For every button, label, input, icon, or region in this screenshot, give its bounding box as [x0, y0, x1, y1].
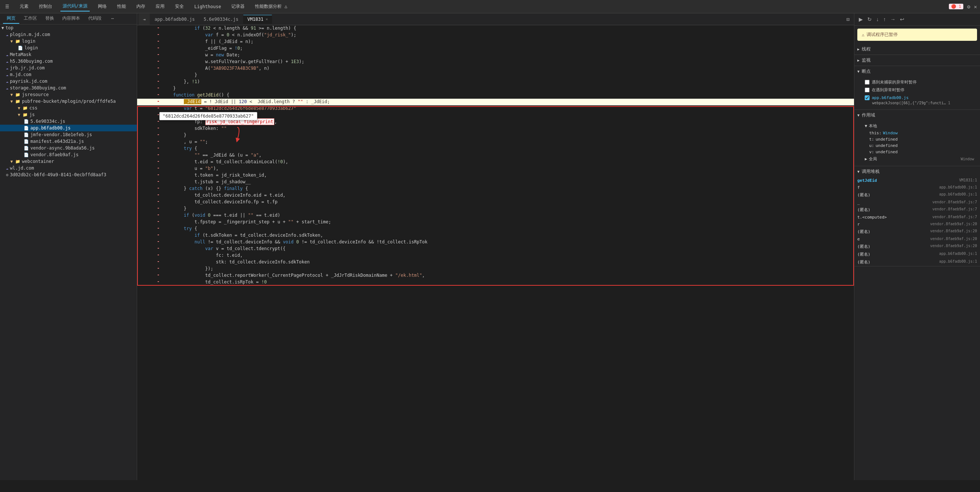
tree-item-pubfree[interactable]: ▼ 📁 pubfree-bucket/mplogin/prod/ffdfe5a — [0, 98, 137, 105]
toolbar-security[interactable]: 安全 — [173, 2, 186, 11]
subtab-snippets[interactable]: 代码段 — [84, 14, 105, 24]
scope-header[interactable]: ▼ 作用域 — [854, 110, 980, 121]
toolbar-sources[interactable]: 源代码/来源 — [60, 2, 90, 11]
tree-item-login-folder[interactable]: ▼ 📁 login — [0, 38, 137, 45]
callstack-label: 调用堆栈 — [862, 168, 880, 175]
callstack-fn-name: (匿名) — [858, 252, 870, 257]
tree-item-payrisk[interactable]: ☁ payrisk.jd.com — [0, 78, 137, 85]
js-file-icon: 📄 — [24, 133, 29, 137]
deactivate-button[interactable]: ↩ — [899, 16, 906, 23]
toolbar-elements[interactable]: 元素 — [18, 2, 31, 11]
code-editor[interactable]: - if (32 < n.length && 91 >= n.length) {… — [137, 25, 854, 480]
tree-item-jrb[interactable]: ☁ jrb.jr.jd.com — [0, 65, 137, 71]
callstack-file-ref: VM1831:1 — [959, 178, 977, 183]
code-line: - u = "b"), — [137, 166, 854, 172]
step-button[interactable]: → — [889, 16, 897, 23]
tree-item-metamask[interactable]: ☁ MetaMask — [0, 51, 137, 58]
tree-item-360buyimg[interactable]: ☁ h5.360buyimg.com — [0, 58, 137, 65]
tab-close-icon[interactable]: ✕ — [266, 17, 268, 21]
chevron-down-icon: ▼ — [858, 169, 859, 174]
step-out-button[interactable]: ↑ — [882, 16, 887, 23]
error-badge[interactable]: 🔴 1 — [949, 4, 963, 9]
tree-item-3d02[interactable]: ⚙ 3d02db2c-b6fd-49a9-8141-0ecbffd8aaf3 — [0, 171, 137, 178]
tree-item-css[interactable]: ▼ 📁 css — [0, 105, 137, 111]
toolbar-recorder[interactable]: 记录器 — [229, 2, 247, 11]
tree-item-storage360[interactable]: ☁ storage.360buyimg.com — [0, 85, 137, 91]
tree-item-top[interactable]: ▼ top — [0, 24, 137, 31]
js-file-icon: 📄 — [24, 152, 29, 157]
callstack-item-anon1[interactable]: (匿名) app.b6fadb00.js:1 — [854, 191, 980, 199]
callstack-item-anon6[interactable]: (匿名) app.b6fadb00.js:1 — [854, 258, 980, 266]
toolbar-application[interactable]: 应用 — [153, 2, 167, 11]
callstack-item-anon4[interactable]: (匿名) vendor.8faeb9af.js:20 — [854, 243, 980, 251]
chevron-down-icon: ▼ — [858, 113, 859, 117]
local-scope-header[interactable]: ▼ 本地 — [862, 122, 977, 130]
toolbar-network[interactable]: 网络 — [95, 2, 109, 11]
caught-checkbox[interactable] — [865, 88, 870, 93]
tree-item-wljd[interactable]: ☁ wl.jd.com — [0, 165, 137, 171]
code-line: - } — [137, 206, 854, 212]
tab-5-6e[interactable]: 5.6e90334c.js — [199, 15, 242, 24]
toolbar-menu[interactable]: ☰ — [3, 3, 11, 11]
subtab-webpage[interactable]: 网页 — [3, 14, 19, 24]
expand-icon[interactable]: ⇥ — [138, 14, 150, 25]
folder-open-icon: ▼ — [2, 26, 4, 30]
tree-item-vendor-async[interactable]: 📄 vendor-async.9b8ada56.js — [0, 145, 137, 152]
toolbar-lighthouse[interactable]: Lighthouse — [192, 3, 223, 11]
step-into-button[interactable]: ↓ — [875, 16, 880, 23]
uncaught-checkbox[interactable] — [865, 80, 870, 85]
tree-item-56e[interactable]: 📄 5.6e90334c.js — [0, 118, 137, 125]
toolbar-perf-insights[interactable]: 性能数据分析 △ — [253, 2, 289, 11]
breakpoint-checkbox[interactable] — [865, 95, 870, 100]
callstack-item-getjdeid[interactable]: getJdEid VM1831:1 — [854, 177, 980, 184]
tree-item-jsresource[interactable]: ▼ 📁 jsresource — [0, 91, 137, 98]
callstack-item-anon5[interactable]: (匿名) app.b6fadb00.js:1 — [854, 251, 980, 258]
callstack-fn-name: _ — [858, 200, 860, 205]
code-panel: ⇥ app.b6fadb00.js 5.6e90334c.js VM1831 ✕… — [137, 13, 854, 480]
tree-item-plogin[interactable]: ☁ plogin.m.jd.com — [0, 31, 137, 38]
threads-header[interactable]: ▶ 线程 — [854, 44, 980, 54]
breakpoints-header[interactable]: ▼ 断点 — [854, 66, 980, 77]
callstack-item-computed[interactable]: t.<computed> vendor.8faeb9af.js:7 — [854, 214, 980, 221]
callstack-item-e[interactable]: e vendor.8faeb9af.js:20 — [854, 236, 980, 243]
callstack-file-ref: vendor.8faeb9af.js:20 — [930, 244, 977, 249]
callstack-header[interactable]: ▼ 调用堆栈 — [854, 166, 980, 177]
tree-item-jmfe[interactable]: 📄 jmfe-vendor.18e1efeb.js — [0, 131, 137, 138]
tree-item-mjd[interactable]: ☁ m.jd.com — [0, 71, 137, 78]
toolbar-console[interactable]: 控制台 — [37, 2, 54, 11]
code-line: - try { — [137, 225, 854, 232]
toolbar-performance[interactable]: 性能 — [115, 2, 128, 11]
watch-header[interactable]: ▶ 监视 — [854, 55, 980, 65]
callstack-item-f[interactable]: f app.b6fadb00.js:1 — [854, 184, 980, 191]
tab-app-b6[interactable]: app.b6fadb00.js — [151, 15, 199, 24]
tree-item-login-file[interactable]: 📄 login — [0, 45, 137, 51]
subtab-content-scripts[interactable]: 内容脚本 — [59, 14, 84, 24]
tree-item-appb6[interactable]: 📄 app.b6fadb00.js — [0, 125, 137, 131]
toolbar-memory[interactable]: 内存 — [134, 2, 148, 11]
callstack-item-r[interactable]: r vendor.8faeb9af.js:20 — [854, 221, 980, 228]
callstack-section: ▼ 调用堆栈 getJdEid VM1831:1 f app.b6fadb00.… — [854, 166, 980, 267]
subtab-overrides[interactable]: 替换 — [41, 14, 58, 24]
global-scope-header[interactable]: ▶ 全局 Window — [862, 155, 977, 163]
close-icon[interactable]: ✕ — [974, 4, 977, 10]
code-line: - if (32 < n.length && 91 >= n.length) { — [137, 25, 854, 32]
panel-toggle-icon[interactable]: ⊡ — [846, 16, 850, 22]
tab-vm1831[interactable]: VM1831 ✕ — [243, 15, 272, 24]
callstack-item-underscore[interactable]: _ vendor.8faeb9af.js:7 — [854, 199, 980, 206]
step-over-button[interactable]: ↻ — [866, 16, 873, 23]
file-icon: 📄 — [18, 46, 23, 51]
subtab-more[interactable]: ⋯ — [108, 14, 118, 23]
tree-item-vendor8f[interactable]: 📄 vendor.8faeb9af.js — [0, 152, 137, 158]
resume-button[interactable]: ▶ — [858, 16, 864, 23]
breakpoints-label: 断点 — [862, 68, 871, 75]
callstack-file-ref: vendor.8faeb9af.js:20 — [930, 222, 977, 227]
subtab-workspace[interactable]: 工作区 — [20, 14, 41, 24]
code-line: - } catch (x) {} finally { — [137, 185, 854, 192]
callstack-item-anon3[interactable]: (匿名) vendor.8faeb9af.js:20 — [854, 228, 980, 236]
tree-item-js[interactable]: ▼ 📁 js — [0, 111, 137, 118]
tree-item-webcontainer[interactable]: ▼ 📁 webcontainer — [0, 158, 137, 165]
code-line-function: - function getJdEid() { — [137, 92, 854, 99]
settings-icon[interactable]: ⚙ — [967, 4, 970, 10]
callstack-item-anon2[interactable]: (匿名) vendor.8faeb9af.js:7 — [854, 206, 980, 214]
tree-item-manifest[interactable]: 📄 manifest.e643d21a.js — [0, 138, 137, 145]
